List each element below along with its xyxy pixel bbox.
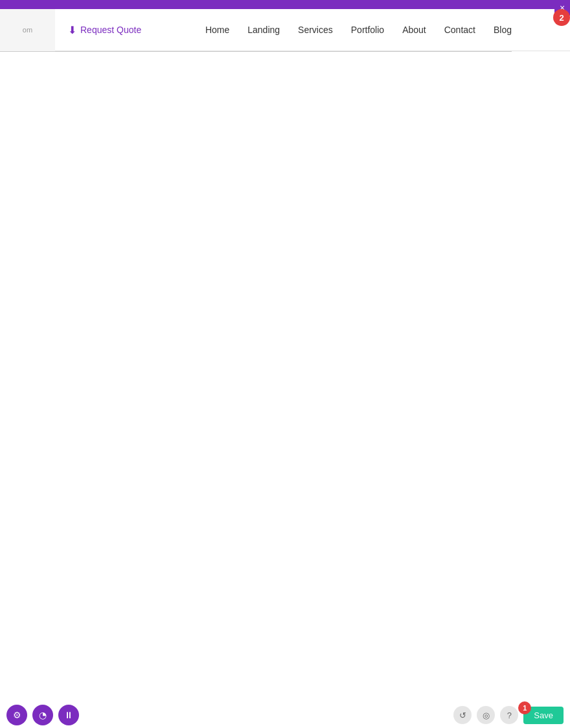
header-left: om ⬇ Request Quote [0,9,205,51]
pause-icon: ⏸ [64,710,73,720]
refresh-button[interactable]: ◎ [477,706,495,724]
nav-item-landing[interactable]: Landing [247,25,280,35]
history-button[interactable]: ◔ [32,705,53,725]
bottom-toolbar: ⚙ ◔ ⏸ ↺ ◎ ? 1 Save [0,702,570,728]
help-icon: ? [507,710,512,720]
nav-item-about[interactable]: About [402,25,426,35]
header-divider [0,51,512,52]
settings-button[interactable]: ⚙ [6,705,27,725]
help-button[interactable]: ? [500,706,518,724]
pause-button[interactable]: ⏸ [58,705,79,725]
undo-button[interactable]: ↺ [453,706,472,724]
save-notification-badge: 1 [518,701,531,714]
undo-icon: ↺ [459,710,466,720]
download-icon: ⬇ [68,24,76,36]
toolbar-left: ⚙ ◔ ⏸ [6,705,79,725]
logo-area: om [0,9,55,51]
nav-item-blog[interactable]: Blog [494,25,512,35]
logo-text: om [23,26,32,34]
refresh-icon: ◎ [483,710,490,720]
request-quote-button[interactable]: ⬇ Request Quote [55,24,154,36]
request-quote-label: Request Quote [80,25,141,35]
settings-icon: ⚙ [13,710,21,720]
nav-item-services[interactable]: Services [298,25,333,35]
save-button-wrapper: 1 Save [523,707,564,724]
toolbar-right: ↺ ◎ ? 1 Save [453,706,564,724]
nav-item-portfolio[interactable]: Portfolio [351,25,384,35]
history-icon: ◔ [39,710,47,720]
main-nav: Home Landing Services Portfolio About Co… [205,25,570,35]
nav-item-contact[interactable]: Contact [444,25,475,35]
header: om ⬇ Request Quote Home Landing Services… [0,9,570,51]
notification-badge-top: 2 [553,9,570,26]
main-content [0,52,570,635]
top-bar: × 2 [0,0,570,9]
nav-item-home[interactable]: Home [205,25,229,35]
